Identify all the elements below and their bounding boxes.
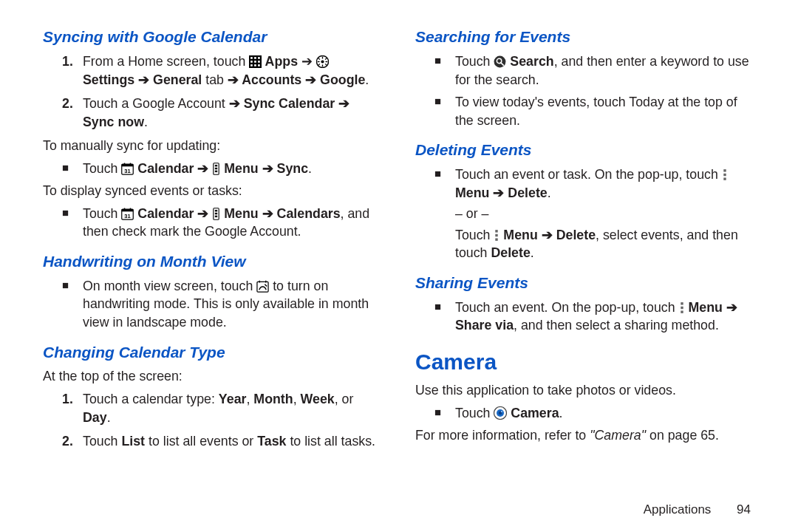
heading-search-events: Searching for Events <box>415 27 755 48</box>
text: , <box>246 392 253 406</box>
apps-icon <box>249 55 262 68</box>
menu-dots-icon <box>679 301 685 314</box>
arrow: ➔ <box>194 206 212 221</box>
type-step-2: 2. Touch List to list all events or Task… <box>43 432 383 451</box>
page-footer: Applications 94 <box>43 497 755 517</box>
calendar-icon <box>121 163 134 175</box>
arrow: ➔ <box>228 72 242 87</box>
sync-step-1: 1. From a Home screen, touch Apps ➔ Sett… <box>43 52 383 89</box>
label-google: Google <box>320 72 365 87</box>
text: Touch a Google Account <box>83 96 229 111</box>
text: Touch <box>455 228 494 242</box>
two-column-layout: Syncing with Google Calendar 1. From a H… <box>43 27 755 497</box>
menu-icon <box>212 208 220 220</box>
text: . <box>144 115 148 129</box>
label-apps: Apps <box>262 54 298 69</box>
type-intro: At the top of the screen: <box>43 367 383 386</box>
label-menu: Menu <box>455 185 489 200</box>
text: . <box>365 72 369 87</box>
bullet-body: Touch an event or task. On the pop-up, t… <box>455 166 755 262</box>
text: Touch an event or task. On the pop-up, t… <box>455 167 722 182</box>
heading-sync-google: Syncing with Google Calendar <box>43 27 383 48</box>
bullet-manual-sync: ■ Touch Calendar ➔ Menu ➔ Sync. <box>62 160 383 178</box>
heading-delete-events: Deleting Events <box>415 140 755 161</box>
arrow: ➔ <box>229 96 244 111</box>
text: Touch an event. On the pop-up, touch <box>455 300 679 315</box>
step-number: 1. <box>62 52 83 89</box>
bullet-icon: ■ <box>62 205 83 241</box>
label-search: Search <box>506 54 553 69</box>
step-number: 1. <box>62 390 83 426</box>
text: to list all events or <box>145 434 257 449</box>
step-number: 2. <box>62 432 83 451</box>
label-general: General <box>153 72 202 87</box>
step-number: 2. <box>62 95 83 131</box>
text: , and then select a sharing method. <box>514 318 719 332</box>
text: On month view screen, touch <box>83 279 256 293</box>
label-menu: Menu <box>220 206 258 221</box>
label-year: Year <box>219 392 247 406</box>
bullet-icon: ■ <box>434 166 455 262</box>
footer-section: Applications <box>644 502 712 516</box>
text: tab <box>202 72 228 87</box>
text: Touch a calendar type: <box>83 392 219 406</box>
bullet-body: Touch Calendar ➔ Menu ➔ Calendars, and t… <box>83 205 383 241</box>
camera-intro: Use this application to take photos or v… <box>415 381 755 400</box>
manual-page: Syncing with Google Calendar 1. From a H… <box>0 0 798 532</box>
bullet-body: Touch Calendar ➔ Menu ➔ Sync. <box>83 160 383 178</box>
label-menu: Menu <box>499 228 537 242</box>
label-camera: Camera <box>507 406 559 420</box>
label-calendars: Calendars <box>277 206 341 221</box>
label-calendar: Calendar <box>134 161 194 176</box>
step-body: Touch List to list all events or Task to… <box>83 432 383 451</box>
step-body: From a Home screen, touch Apps ➔ Setting… <box>83 52 383 89</box>
heading-share-events: Sharing Events <box>415 273 755 294</box>
bullet-handwriting: ■ On month view screen, touch to turn on… <box>62 277 383 332</box>
menu-dots-icon <box>722 168 728 181</box>
label-accounts: Accounts <box>242 72 301 87</box>
text: Touch <box>83 161 121 176</box>
right-column: Searching for Events ■ Touch Search, and… <box>415 27 755 497</box>
label-list: List <box>121 434 145 449</box>
bullet-search: ■ Touch Search, and then enter a keyword… <box>434 52 755 89</box>
calendar-icon <box>121 208 134 220</box>
label-task: Task <box>257 434 286 449</box>
arrow: ➔ <box>301 72 320 87</box>
bullet-icon: ■ <box>434 299 455 335</box>
step-body: Touch a Google Account ➔ Sync Calendar ➔… <box>83 95 383 131</box>
type-steps: 1. Touch a calendar type: Year, Month, W… <box>43 390 383 451</box>
bullet-icon: ■ <box>434 93 455 129</box>
or-separator: – or – <box>455 205 755 223</box>
text: on page 65. <box>646 428 719 443</box>
bullet-camera: ■ Touch Camera. <box>434 404 755 423</box>
arrow: ➔ <box>298 54 316 69</box>
label-delete: Delete <box>508 185 547 200</box>
bullet-icon: ■ <box>62 160 83 178</box>
label-sync-now: Sync now <box>83 115 144 129</box>
type-step-1: 1. Touch a calendar type: Year, Month, W… <box>43 390 383 426</box>
heading-handwriting: Handwriting on Month View <box>43 251 383 273</box>
arrow: ➔ <box>489 185 508 200</box>
text: . <box>107 410 111 425</box>
text: . <box>548 185 551 200</box>
sync-steps: 1. From a Home screen, touch Apps ➔ Sett… <box>43 52 383 131</box>
arrow: ➔ <box>259 161 277 176</box>
label-calendar: Calendar <box>134 206 194 221</box>
camera-icon <box>494 406 507 420</box>
label-sync: Sync <box>277 161 309 176</box>
text: , or <box>335 392 354 406</box>
text: Touch <box>455 406 494 420</box>
step-body: Touch a calendar type: Year, Month, Week… <box>83 390 383 426</box>
label-share-via: Share via <box>455 318 514 332</box>
text: to list all tasks. <box>286 434 375 449</box>
label-week: Week <box>301 392 335 406</box>
camera-ref: For more information, refer to "Camera" … <box>415 426 755 445</box>
label-delete: Delete <box>491 245 530 260</box>
text: From a Home screen, touch <box>83 54 249 69</box>
arrow: ➔ <box>134 72 153 87</box>
arrow: ➔ <box>335 96 349 111</box>
sync-step-2: 2. Touch a Google Account ➔ Sync Calenda… <box>43 95 383 131</box>
text: Touch <box>83 206 121 221</box>
handwriting-icon <box>256 280 269 293</box>
text: For more information, refer to <box>415 428 590 443</box>
